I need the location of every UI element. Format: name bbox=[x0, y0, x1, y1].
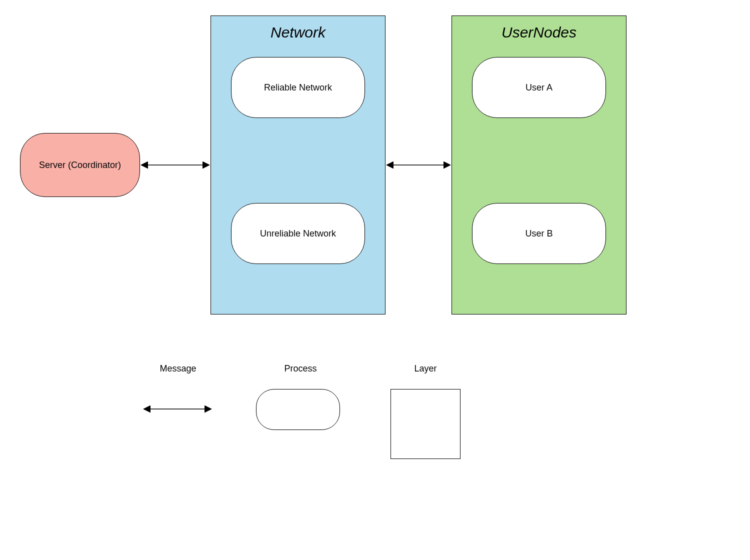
user-a-label: User A bbox=[526, 82, 552, 93]
legend-process-shape bbox=[256, 389, 340, 430]
reliable-network-node: Reliable Network bbox=[231, 57, 365, 118]
server-node: Server (Coordinator) bbox=[20, 133, 140, 197]
unreliable-label: Unreliable Network bbox=[260, 228, 336, 239]
unreliable-network-node: Unreliable Network bbox=[231, 203, 365, 264]
user-b-node: User B bbox=[472, 203, 606, 264]
network-title: Network bbox=[211, 24, 385, 41]
legend-layer-label: Layer bbox=[410, 364, 440, 374]
legend-process-label: Process bbox=[280, 364, 320, 374]
network-layer: Network Reliable Network Unreliable Netw… bbox=[210, 16, 386, 314]
user-a-node: User A bbox=[472, 57, 606, 118]
legend-message-label: Message bbox=[156, 364, 200, 374]
usernodes-title: UserNodes bbox=[452, 24, 626, 41]
arrow-server-network bbox=[140, 158, 210, 172]
server-label: Server (Coordinator) bbox=[39, 160, 121, 170]
user-b-label: User B bbox=[525, 228, 552, 239]
diagram-canvas: Server (Coordinator) Network Reliable Ne… bbox=[0, 0, 750, 560]
usernodes-layer: UserNodes User A User B bbox=[452, 16, 626, 314]
arrow-network-usernodes bbox=[386, 158, 452, 172]
legend-layer-shape bbox=[390, 389, 460, 459]
reliable-label: Reliable Network bbox=[264, 82, 332, 93]
legend-message-arrow bbox=[142, 402, 212, 416]
